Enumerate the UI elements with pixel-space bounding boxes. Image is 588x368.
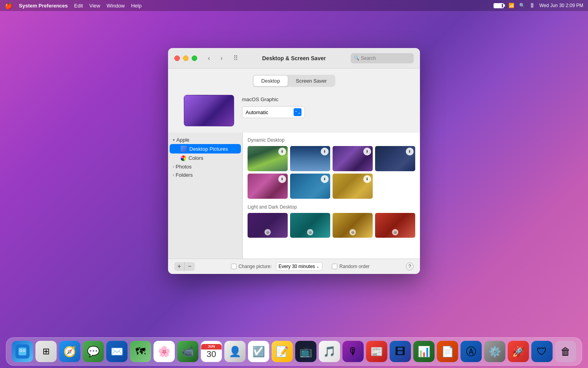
download-icon-4: ⬇ <box>406 148 414 155</box>
download-icon-3: ⬇ <box>363 148 371 155</box>
dock-item-calendar[interactable]: JUN 30 <box>201 341 222 362</box>
dock-item-launchpad[interactable]: ⊞ <box>35 341 57 362</box>
wallpaper-thumb-2[interactable]: ⬇ <box>290 146 330 171</box>
change-interval-dropdown[interactable]: Every 30 minutes ⌄ <box>276 262 323 271</box>
sidebar-item-colors-label: Colors <box>189 155 203 161</box>
close-button[interactable] <box>174 55 180 61</box>
random-order-label[interactable]: Random order <box>332 264 370 269</box>
dock-item-tv[interactable]: 📺 <box>295 341 316 362</box>
download-icon-5: ⬇ <box>278 175 286 183</box>
random-order-text: Random order <box>339 264 370 269</box>
menubar-help[interactable]: Help <box>131 3 142 9</box>
forward-button[interactable]: › <box>216 54 227 63</box>
wallpaper-thumb-3[interactable]: ⬇ <box>333 146 373 171</box>
change-interval-value: Every 30 minutes <box>279 264 315 269</box>
dock-item-trash[interactable]: 🗑 <box>555 341 576 362</box>
content-area: ▾ Apple Desktop Pictures Colors › Photos… <box>168 133 420 259</box>
change-picture-checkbox[interactable] <box>231 264 237 269</box>
grid-button[interactable]: ⠿ <box>230 54 241 63</box>
dock-item-maps[interactable]: 🗺 <box>130 341 151 362</box>
tab-group: Desktop Screen Saver <box>253 75 335 87</box>
dock-item-safari[interactable]: 🧭 <box>59 341 80 362</box>
help-button[interactable]: ? <box>406 263 414 270</box>
dock-item-messages[interactable]: 💬 <box>83 341 104 362</box>
wallpaper-thumb-1[interactable]: ⬇ <box>248 146 288 171</box>
wallpaper-thumb-5[interactable]: ⬇ <box>248 174 288 199</box>
dock-item-contacts[interactable]: 👤 <box>224 341 246 362</box>
search-icon[interactable]: 🔍 <box>519 3 525 8</box>
dock-item-numbers[interactable]: 📊 <box>413 341 435 362</box>
wallpaper-ld-1[interactable]: ◎ <box>248 213 288 238</box>
control-center-icon[interactable]: 🎛 <box>530 3 534 8</box>
dock-item-news[interactable]: 📰 <box>366 341 387 362</box>
dropdown-value: Automatic <box>246 109 291 115</box>
traffic-lights <box>174 55 197 61</box>
remove-button[interactable]: − <box>185 262 195 271</box>
dock-item-reminders[interactable]: ☑️ <box>248 341 269 362</box>
wallpaper-ld-4[interactable]: ◎ <box>375 213 415 238</box>
bottom-bar: + − Change picture: Every 30 minutes ⌄ R… <box>168 259 420 274</box>
dock-item-pages[interactable]: 📄 <box>437 341 458 362</box>
menubar-view[interactable]: View <box>89 3 100 9</box>
sidebar-item-desktop-pictures-label: Desktop Pictures <box>189 146 228 152</box>
wallpaper-ld-3[interactable]: ◎ <box>333 213 373 238</box>
sidebar-group-photos[interactable]: › Photos <box>168 163 242 171</box>
svg-point-4 <box>20 350 22 351</box>
wallpaper-thumb-7[interactable]: ⬇ <box>333 174 373 199</box>
random-order-checkbox[interactable] <box>332 264 337 269</box>
change-picture-area: Change picture: Every 30 minutes ⌄ <box>231 262 322 271</box>
dock-item-keynote[interactable]: 🎞 <box>390 341 411 362</box>
menubar-left: 🍎 System Preferences Edit View Window He… <box>5 2 494 9</box>
svg-rect-1 <box>18 348 26 355</box>
wifi-icon: 📶 <box>508 3 514 8</box>
change-picture-label: Change picture: <box>239 264 272 269</box>
sidebar: ▾ Apple Desktop Pictures Colors › Photos… <box>168 133 243 259</box>
dock-item-mail[interactable]: ✉️ <box>106 341 128 362</box>
dock-item-sysprefs[interactable]: ⚙️ <box>484 341 505 362</box>
dock-item-appstore[interactable]: Ⓐ <box>460 341 482 362</box>
download-icon-7: ⬇ <box>363 175 371 183</box>
menubar-edit[interactable]: Edit <box>74 3 83 9</box>
sidebar-group-folders-label: Folders <box>176 172 192 178</box>
preview-thumbnail <box>184 95 234 126</box>
maximize-button[interactable] <box>192 55 197 61</box>
dock-item-facetime[interactable]: 📹 <box>177 341 198 362</box>
light-dark-label: Light and Dark Desktop <box>248 204 415 210</box>
sidebar-group-folders[interactable]: › Folders <box>168 171 242 179</box>
wallpaper-thumb-6[interactable]: ⬇ <box>290 174 330 199</box>
search-input[interactable] <box>361 55 410 61</box>
add-button[interactable]: + <box>174 262 185 271</box>
minimize-button[interactable] <box>183 55 189 61</box>
chevron-right-icon: › <box>173 165 174 169</box>
apple-menu[interactable]: 🍎 <box>5 2 13 9</box>
sidebar-item-desktop-pictures[interactable]: Desktop Pictures <box>170 144 241 153</box>
automatic-dropdown[interactable]: Automatic ⌃⌄ <box>242 106 305 118</box>
back-button[interactable]: ‹ <box>203 54 214 63</box>
download-icon-6: ⬇ <box>321 175 329 183</box>
window-title: Desktop & Screen Saver <box>262 55 326 61</box>
tab-screensaver[interactable]: Screen Saver <box>288 76 335 86</box>
dock-item-finder[interactable] <box>12 341 33 362</box>
dock-item-music[interactable]: 🎵 <box>319 341 340 362</box>
download-icon-1: ⬇ <box>278 148 286 155</box>
search-bar[interactable]: 🔍 <box>351 53 414 63</box>
dock-item-adguard[interactable]: 🛡 <box>531 341 553 362</box>
tab-desktop[interactable]: Desktop <box>253 76 288 86</box>
dock-item-podcasts[interactable]: 🎙 <box>342 341 364 362</box>
change-picture-checkbox-label[interactable]: Change picture: <box>231 264 272 269</box>
sidebar-item-colors[interactable]: Colors <box>170 153 241 163</box>
chevron-down-icon: ▾ <box>173 138 175 142</box>
menubar-app-name[interactable]: System Preferences <box>19 3 68 9</box>
menubar-window[interactable]: Window <box>107 3 125 9</box>
dock-item-transmit[interactable]: 🚀 <box>508 341 529 362</box>
dock-item-notes[interactable]: 📝 <box>272 341 293 362</box>
sidebar-group-apple-label: Apple <box>176 137 189 143</box>
dock-item-photos[interactable]: 🌸 <box>153 341 175 362</box>
dynamic-desktop-grid: ⬇ ⬇ ⬇ ⬇ ⬇ ⬇ ⬇ <box>248 146 415 199</box>
titlebar: ‹ › ⠿ Desktop & Screen Saver 🔍 <box>168 48 420 68</box>
tabs-bar: Desktop Screen Saver <box>168 68 420 92</box>
sidebar-group-apple[interactable]: ▾ Apple <box>168 136 242 144</box>
wallpaper-thumb-4[interactable]: ⬇ <box>375 146 415 171</box>
wallpaper-ld-2[interactable]: ◎ <box>290 213 330 238</box>
folder-icon <box>181 146 187 152</box>
